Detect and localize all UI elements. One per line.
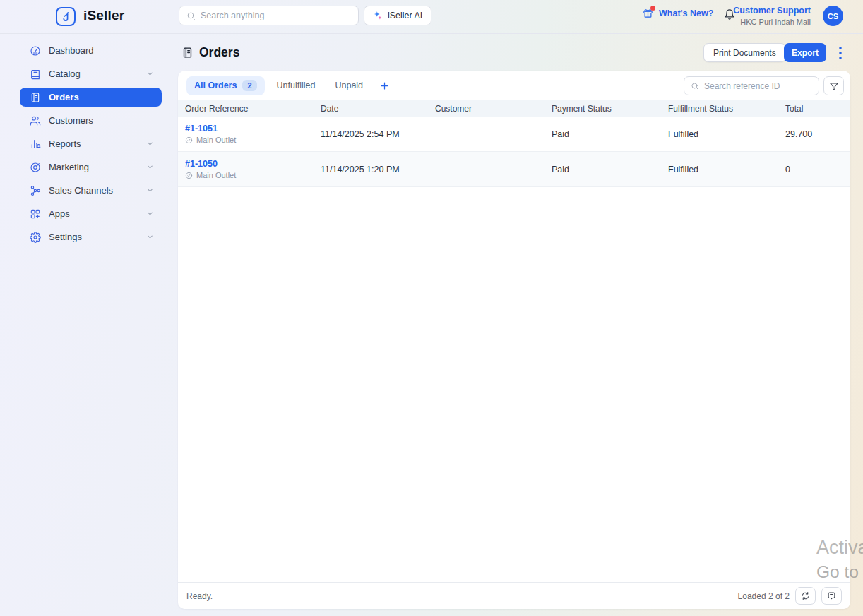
- tab-unpaid[interactable]: Unpaid: [327, 76, 371, 95]
- sidebar-item-orders[interactable]: Orders: [20, 88, 162, 107]
- chevron-down-icon: [146, 233, 154, 241]
- sidebar-item-apps[interactable]: Apps: [20, 204, 162, 223]
- tab-unfulfilled[interactable]: Unfulfilled: [269, 76, 323, 95]
- add-tab-plus-icon[interactable]: [375, 76, 393, 95]
- sidebar-item-catalog[interactable]: Catalog: [20, 64, 162, 83]
- chevron-down-icon: [146, 163, 154, 171]
- order-reference-link[interactable]: #1-1051: [185, 124, 321, 134]
- outlet-icon: [185, 136, 193, 144]
- order-total: 0: [785, 165, 850, 174]
- reports-icon: [30, 138, 41, 150]
- tabs-row: All Orders 2 Unfulfilled Unpaid: [178, 71, 850, 100]
- outlet-line: Main Outlet: [185, 136, 321, 144]
- sidebar-item-dashboard[interactable]: Dashboard: [20, 41, 162, 60]
- chevron-down-icon: [146, 140, 154, 148]
- chevron-down-icon: [146, 210, 154, 218]
- marketing-icon: [30, 162, 41, 173]
- fulfillment-status: Fulfilled: [668, 165, 785, 174]
- sparkles-icon: [373, 11, 383, 20]
- refresh-icon[interactable]: [795, 587, 816, 605]
- sidebar-item-settings[interactable]: Settings: [20, 227, 162, 247]
- iseller-logo-icon[interactable]: [56, 7, 76, 26]
- catalog-icon: [30, 69, 41, 80]
- tab-label: All Orders: [194, 81, 237, 90]
- sales-channels-icon: [30, 185, 41, 196]
- sidebar-item-marketing[interactable]: Marketing: [20, 158, 162, 177]
- outlet-name: Main Outlet: [196, 136, 236, 144]
- payment-status: Paid: [552, 129, 668, 139]
- tab-all-orders[interactable]: All Orders 2: [186, 76, 265, 95]
- iseller-ai-label: iSeller AI: [388, 11, 422, 20]
- sidebar-item-sales-channels[interactable]: Sales Channels: [20, 181, 162, 200]
- export-button[interactable]: Export: [784, 43, 826, 62]
- apps-icon: [30, 208, 41, 220]
- whats-new-button[interactable]: What's New?: [643, 8, 713, 18]
- top-bar: iSeller iSeller AI What's New?: [0, 0, 863, 34]
- order-reference-cell: #1-1050 Main Outlet: [185, 159, 321, 179]
- order-reference-link[interactable]: #1-1050: [185, 159, 321, 169]
- column-header[interactable]: Customer: [435, 104, 552, 114]
- more-options-kebab-icon[interactable]: [835, 45, 846, 61]
- order-reference-cell: #1-1051 Main Outlet: [185, 124, 321, 144]
- fulfillment-status: Fulfilled: [668, 129, 785, 139]
- status-text: Ready.: [186, 591, 213, 601]
- page-title: Orders: [199, 45, 239, 60]
- feedback-message-icon[interactable]: [821, 587, 842, 605]
- dashboard-icon: [30, 45, 41, 57]
- column-header[interactable]: Order Reference: [185, 104, 321, 114]
- notification-dot: [650, 6, 655, 11]
- sidebar-item-label: Settings: [49, 232, 82, 242]
- status-bar: Ready. Loaded 2 of 2: [178, 582, 850, 609]
- order-total: 29.700: [785, 129, 850, 139]
- column-header[interactable]: Total: [785, 104, 850, 114]
- filter-funnel-icon[interactable]: [823, 76, 844, 95]
- table-body: #1-1051 Main Outlet 11/14/2025 2:54 PM P…: [178, 117, 850, 187]
- whats-new-label: What's New?: [659, 8, 713, 18]
- sidebar-item-reports[interactable]: Reports: [20, 134, 162, 153]
- orders-icon: [30, 92, 41, 103]
- order-date: 11/14/2025 1:20 PM: [321, 165, 435, 174]
- outlet-name: Main Outlet: [196, 171, 236, 179]
- reference-search[interactable]: [684, 76, 819, 95]
- loaded-count: Loaded 2 of 2: [738, 591, 790, 601]
- sidebar-item-label: Sales Channels: [49, 185, 113, 196]
- table-row[interactable]: #1-1051 Main Outlet 11/14/2025 2:54 PM P…: [178, 117, 850, 152]
- iseller-ai-button[interactable]: iSeller AI: [364, 6, 432, 25]
- print-documents-button[interactable]: Print Documents: [703, 43, 786, 62]
- sidebar-item-label: Dashboard: [49, 45, 94, 56]
- outlet-icon: [185, 172, 193, 179]
- sidebar-item-label: Customers: [49, 115, 93, 126]
- customers-icon: [30, 115, 41, 126]
- payment-status: Paid: [552, 165, 668, 174]
- account-menu[interactable]: Customer Support HKC Puri Indah Mall: [733, 6, 811, 26]
- account-outlet: HKC Puri Indah Mall: [733, 18, 811, 26]
- avatar-initials: CS: [828, 12, 838, 20]
- sidebar-item-label: Orders: [49, 92, 79, 102]
- chevron-down-icon: [146, 70, 154, 78]
- tab-count-badge: 2: [242, 80, 256, 91]
- search-icon: [691, 82, 699, 90]
- orders-card: All Orders 2 Unfulfilled Unpaid Order Re…: [178, 71, 850, 609]
- sidebar-item-label: Marketing: [49, 162, 89, 172]
- sidebar-item-label: Apps: [49, 208, 70, 219]
- sidebar: Dashboard Catalog Orders Customers Repor…: [0, 34, 178, 616]
- brand-name: iSeller: [83, 8, 124, 23]
- order-date: 11/14/2025 2:54 PM: [321, 129, 435, 139]
- avatar[interactable]: CS: [823, 6, 843, 26]
- outlet-line: Main Outlet: [185, 171, 321, 179]
- tab-label: Unpaid: [335, 81, 363, 90]
- column-header[interactable]: Fulfillment Status: [668, 104, 785, 114]
- sidebar-item-label: Reports: [49, 138, 81, 149]
- global-search-input[interactable]: [201, 11, 351, 20]
- table-row[interactable]: #1-1050 Main Outlet 11/14/2025 1:20 PM P…: [178, 152, 850, 187]
- column-header[interactable]: Payment Status: [552, 104, 668, 114]
- sidebar-item-customers[interactable]: Customers: [20, 111, 162, 130]
- reference-search-input[interactable]: [704, 81, 812, 91]
- global-search[interactable]: [179, 6, 359, 25]
- account-name: Customer Support: [733, 6, 811, 16]
- column-header[interactable]: Date: [321, 104, 435, 114]
- sidebar-item-label: Catalog: [49, 69, 81, 79]
- chevron-down-icon: [146, 186, 154, 194]
- gift-icon: [643, 8, 653, 18]
- tab-label: Unfulfilled: [277, 81, 316, 90]
